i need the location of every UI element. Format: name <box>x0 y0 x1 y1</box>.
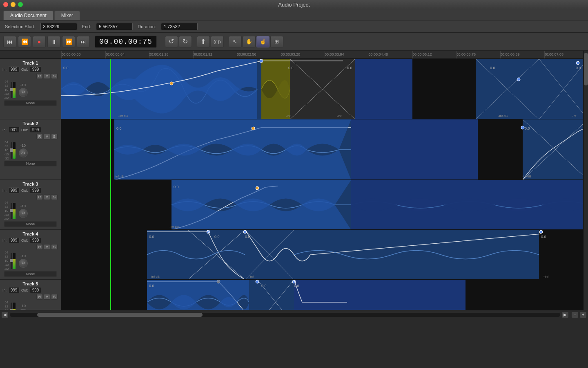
track-4-m-button[interactable]: M <box>44 244 50 250</box>
track-3-in[interactable]: 999 <box>8 187 20 193</box>
track-1-m-button[interactable]: M <box>44 73 50 79</box>
track-2-lane[interactable]: 0.0 0.0 -inf dB -inf dB <box>61 119 583 180</box>
scroll-left-button[interactable]: ◀ <box>2 312 8 318</box>
track-5-pan-knob[interactable]: .43 <box>19 309 28 310</box>
track-4-pan-knob[interactable]: .43 <box>19 259 28 268</box>
ruler-line-6 <box>325 51 325 58</box>
track-1-out[interactable]: 999 <box>30 66 41 72</box>
fast-forward-button[interactable]: ⏩ <box>62 36 75 47</box>
svg-rect-64 <box>294 280 466 310</box>
horizontal-scrollbar-track[interactable] <box>10 313 560 317</box>
track-2-waveform: 0.0 0.0 -inf dB -inf dB <box>61 119 583 180</box>
track-5-header: Track 5 In: 999 Out: 999 R M S 543210-10… <box>0 280 61 310</box>
track-3-plugin[interactable]: None <box>4 221 57 227</box>
track-2-r-button[interactable]: R <box>36 134 43 139</box>
track-2-plugin[interactable]: None <box>4 161 57 166</box>
selection-duration-input[interactable] <box>161 23 198 30</box>
track-3-waveform: 0.0 -inf dB <box>61 180 583 229</box>
track-1-header: Track 1 In: 999 Out: 999 R M S 543210-10… <box>0 59 61 119</box>
touch-tool-button[interactable]: ☝ <box>256 36 270 47</box>
track-2-pan-knob[interactable]: .43 <box>19 148 28 157</box>
select-tool-button[interactable]: ↖ <box>229 36 242 47</box>
svg-text:-inf: -inf <box>337 114 342 118</box>
track-1-fader[interactable] <box>11 82 12 98</box>
svg-text:-inf: -inf <box>249 275 254 278</box>
hand-tool-button[interactable]: ✋ <box>243 36 256 47</box>
track-1-r-button[interactable]: R <box>36 73 43 79</box>
track-2-fader-area: 543210-10-32 -10 .43 <box>2 140 58 160</box>
track-2-out[interactable]: 999 <box>30 127 41 133</box>
track-4-db: -10 <box>20 254 26 258</box>
track-4-out[interactable]: 999 <box>30 237 41 243</box>
track-4-plugin[interactable]: None <box>4 271 57 277</box>
svg-rect-31 <box>523 119 583 180</box>
close-button[interactable] <box>3 2 8 7</box>
redo-button[interactable]: ↻ <box>179 36 192 47</box>
speaker-button[interactable]: ((·)) <box>211 36 224 47</box>
svg-text:0.0: 0.0 <box>149 235 154 239</box>
track-5-out[interactable]: 999 <box>30 287 41 293</box>
track-5-r-button[interactable]: R <box>36 294 43 300</box>
selection-duration-label: Duration: <box>138 24 156 29</box>
minimize-button[interactable] <box>11 2 16 7</box>
selection-end-input[interactable] <box>96 23 133 30</box>
maximize-button[interactable] <box>18 2 23 7</box>
tab-audio-document[interactable]: Audio Document <box>3 11 53 20</box>
track-4-s-button[interactable]: S <box>51 244 58 250</box>
rewind-to-start-button[interactable]: ⏮ <box>3 36 16 47</box>
grid-tool-button[interactable]: ⊞ <box>270 36 283 47</box>
track-5-lane[interactable]: 0.0 0.0 0.0 <box>61 280 583 310</box>
ruler-line-10 <box>500 51 501 58</box>
scroll-right-button[interactable]: ▶ <box>562 312 568 318</box>
track-1-in[interactable]: 999 <box>8 66 20 72</box>
track-4-r-button[interactable]: R <box>36 244 43 250</box>
track-3-pan-knob[interactable]: .43 <box>19 209 28 218</box>
track-3-lane[interactable]: 0.0 -inf dB <box>61 180 583 230</box>
track-2-m-button[interactable]: M <box>44 134 50 139</box>
svg-text:0.0: 0.0 <box>149 284 154 288</box>
track-4-fader[interactable] <box>11 253 12 269</box>
selection-end-label: End: <box>82 24 91 29</box>
track-1-s-button[interactable]: S <box>51 73 58 79</box>
vertical-scrollbar[interactable] <box>583 51 588 310</box>
track-5-in[interactable]: 999 <box>8 287 20 293</box>
track-1-buttons: R M S <box>2 73 58 79</box>
track-5-fader[interactable] <box>11 303 12 310</box>
zoom-in-button[interactable]: + <box>580 312 586 318</box>
track-2-header: Track 2 In: 001 Out: 999 R M S 543210-10… <box>0 119 61 180</box>
track-2-s-button[interactable]: S <box>51 134 58 139</box>
svg-text:=inf: =inf <box>543 275 549 278</box>
track-4-lane[interactable]: 0.0 0.0 0.0 0.0 -inf =inf -inf dB <box>61 230 583 280</box>
track-1-lane[interactable]: 0.0 0.0 0.0 0.0 0.0 -inf dB -inf -inf -i… <box>61 59 583 119</box>
track-3-out[interactable]: 999 <box>30 187 41 193</box>
selection-start-input[interactable] <box>40 23 77 30</box>
track-2-fader[interactable] <box>11 142 12 159</box>
rewind-button[interactable]: ⏪ <box>18 36 31 47</box>
undo-button[interactable]: ↺ <box>165 36 178 47</box>
export-button[interactable]: ⬆ <box>197 36 210 47</box>
fast-forward-end-button[interactable]: ⏭ <box>77 36 90 47</box>
horizontal-scrollbar-thumb[interactable] <box>37 313 202 317</box>
track-1-pan-knob[interactable]: .43 <box>19 88 28 97</box>
track-4-in[interactable]: 999 <box>8 237 20 243</box>
track-3-r-button[interactable]: R <box>36 194 43 200</box>
track-3-s-button[interactable]: S <box>51 194 58 200</box>
track-3-io: In: 999 Out: 999 <box>2 187 58 193</box>
ruler-line-9 <box>457 51 457 58</box>
track-3-fader[interactable] <box>11 203 12 219</box>
svg-text:0.0: 0.0 <box>347 66 352 70</box>
track-3-m-button[interactable]: M <box>44 194 50 200</box>
pause-button[interactable]: ⏸ <box>47 36 60 47</box>
track-1-plugin[interactable]: None <box>4 100 57 106</box>
zoom-out-button[interactable]: − <box>572 312 578 318</box>
track-1-pan-value: .43 <box>21 91 25 94</box>
ruler-line-7 <box>369 51 369 58</box>
svg-text:0.0: 0.0 <box>294 284 299 288</box>
track-5-s-button[interactable]: S <box>51 294 58 300</box>
tab-mixer[interactable]: Mixer <box>54 11 80 20</box>
track-4-header: Track 4 In: 999 Out: 999 R M S 543210-10… <box>0 230 61 280</box>
track-2-in[interactable]: 001 <box>8 127 20 133</box>
track-5-m-button[interactable]: M <box>44 294 50 300</box>
record-button[interactable]: ● <box>33 36 46 47</box>
timeline-area[interactable]: 00:00:00.0000:00:00.6400:00:01.2800:00:0… <box>61 51 583 310</box>
